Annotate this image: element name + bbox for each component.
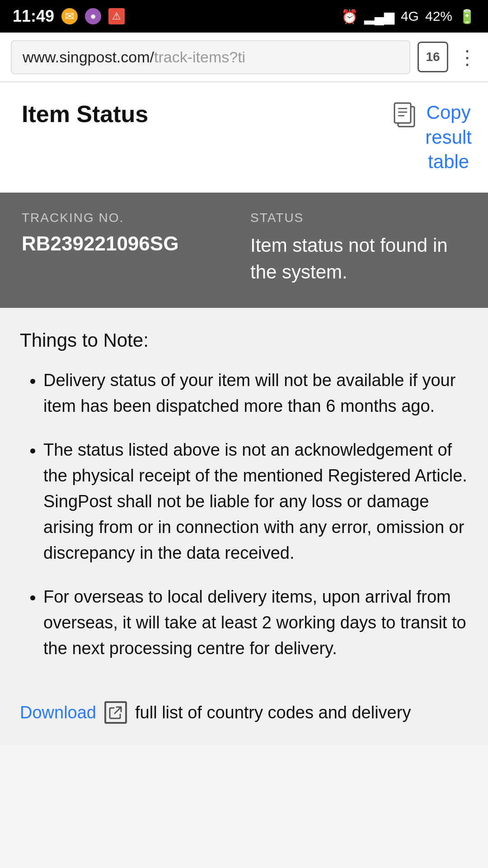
tab-count-button[interactable]: 16: [418, 42, 448, 72]
notes-list: Delivery status of your item will not be…: [20, 368, 468, 661]
copy-icon: [394, 102, 418, 135]
more-menu-button[interactable]: ⋮: [455, 46, 477, 69]
download-trailing-text: full list of country codes and delivery: [135, 703, 411, 722]
external-link-icon: [104, 701, 127, 724]
status-label: STATUS: [250, 211, 470, 225]
copy-result-area[interactable]: Copyresulttable: [394, 100, 472, 175]
list-item: For overseas to local delivery items, up…: [43, 584, 468, 661]
copy-result-button[interactable]: Copyresulttable: [425, 100, 472, 175]
tracking-no-value: RB239221096SG: [22, 232, 241, 255]
item-status-header: Item Status Copyresulttable: [0, 82, 488, 193]
download-link[interactable]: Download: [20, 703, 96, 722]
battery-icon: 🔋: [459, 9, 475, 24]
url-text-black: www.singpost.com/: [23, 48, 154, 66]
network-type: 4G: [401, 9, 419, 24]
tracking-no-column: TRACKING NO. RB239221096SG: [22, 211, 241, 286]
page-title: Item Status: [22, 100, 148, 127]
battery-percent: 42%: [425, 9, 452, 24]
tracking-table: TRACKING NO. RB239221096SG STATUS Item s…: [0, 193, 488, 308]
warning-icon: ⚠: [108, 8, 125, 24]
lollipop-icon: ●: [85, 8, 101, 24]
browser-bar: www.singpost.com/ track-items?ti 16 ⋮: [0, 33, 488, 82]
svg-line-5: [115, 708, 121, 713]
svg-rect-1: [394, 103, 411, 123]
notes-section: Things to Note: Delivery status of your …: [0, 308, 488, 701]
signal-icon: ▂▄▆: [364, 9, 394, 24]
list-item: Delivery status of your item will not be…: [43, 368, 468, 419]
status-bar: 11:49 ✉ ● ⚠ ⏰ ▂▄▆ 4G 42% 🔋: [0, 0, 488, 33]
download-section: Download full list of country codes and …: [0, 701, 488, 745]
list-item: The status listed above is not an acknow…: [43, 437, 468, 566]
url-text-gray: track-items?ti: [154, 48, 245, 66]
url-bar[interactable]: www.singpost.com/ track-items?ti: [11, 40, 410, 74]
main-content: Item Status Copyresulttable TRACKING NO.…: [0, 82, 488, 745]
status-bar-left: 11:49 ✉ ● ⚠: [13, 7, 125, 26]
status-value: Item status not found in the system.: [250, 232, 470, 286]
status-column: STATUS Item status not found in the syst…: [250, 211, 470, 286]
alarm-icon: ⏰: [341, 9, 358, 24]
email-icon: ✉: [61, 8, 78, 24]
status-bar-right: ⏰ ▂▄▆ 4G 42% 🔋: [341, 9, 475, 24]
tracking-no-label: TRACKING NO.: [22, 211, 241, 225]
time-display: 11:49: [13, 7, 54, 26]
notes-title: Things to Note:: [20, 330, 468, 351]
